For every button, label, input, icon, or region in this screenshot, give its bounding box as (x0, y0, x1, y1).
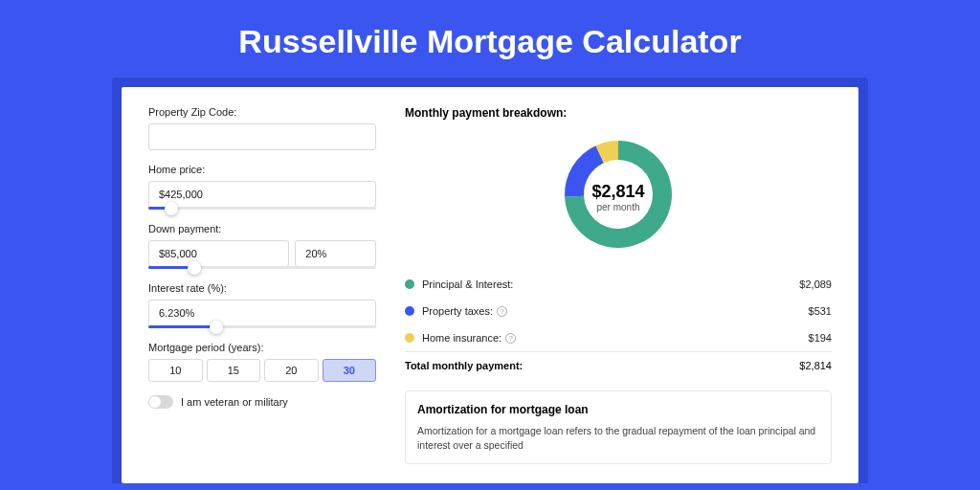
period-options: 10152030 (148, 359, 376, 382)
legend-label: Property taxes: ? (422, 305, 809, 317)
inputs-column: Property Zip Code: Home price: Down paym… (148, 106, 376, 464)
down-payment-amount-input[interactable] (148, 240, 289, 267)
breakdown-column: Monthly payment breakdown: $2,814 per mo… (405, 106, 832, 464)
mortgage-period-label: Mortgage period (years): (148, 342, 376, 353)
legend-dot (405, 306, 414, 316)
legend-total-row: Total monthly payment: $2,814 (405, 351, 832, 379)
slider-thumb[interactable] (210, 321, 223, 334)
period-option-15[interactable]: 15 (207, 359, 261, 382)
interest-rate-input[interactable] (148, 300, 376, 326)
down-payment-percent-input[interactable] (295, 240, 376, 267)
amortization-body: Amortization for a mortgage loan refers … (417, 424, 819, 452)
legend-value: $531 (809, 305, 832, 317)
info-icon[interactable]: ? (497, 306, 507, 317)
interest-rate-group: Interest rate (%): (148, 282, 376, 328)
down-payment-group: Down payment: (148, 223, 376, 269)
calculator-card: Property Zip Code: Home price: Down paym… (122, 87, 858, 483)
donut-amount: $2,814 (591, 182, 644, 202)
slider-thumb[interactable] (165, 202, 178, 215)
period-option-10[interactable]: 10 (148, 359, 203, 382)
legend-row: Home insurance: ?$194 (405, 324, 832, 351)
veteran-label: I am veteran or military (181, 396, 288, 408)
home-price-group: Home price: (148, 164, 376, 210)
down-payment-slider[interactable] (148, 266, 376, 269)
breakdown-heading: Monthly payment breakdown: (405, 106, 832, 120)
home-price-label: Home price: (148, 164, 376, 175)
total-value: $2,814 (799, 360, 832, 371)
down-payment-label: Down payment: (148, 223, 376, 234)
info-icon[interactable]: ? (505, 333, 516, 344)
interest-rate-slider[interactable] (148, 325, 376, 328)
veteran-row: I am veteran or military (148, 395, 376, 409)
veteran-toggle[interactable] (148, 395, 173, 409)
zip-label: Property Zip Code: (148, 106, 376, 118)
calculator-panel: Property Zip Code: Home price: Down paym… (112, 78, 868, 483)
mortgage-period-group: Mortgage period (years): 10152030 (148, 342, 376, 382)
period-option-30[interactable]: 30 (323, 359, 377, 382)
donut-center: $2,814 per month (591, 182, 644, 212)
legend-value: $2,089 (799, 278, 832, 290)
legend-value: $194 (809, 332, 832, 344)
legend-dot (405, 333, 414, 343)
slider-thumb[interactable] (188, 261, 201, 275)
legend-label: Principal & Interest: (422, 278, 799, 290)
interest-rate-label: Interest rate (%): (148, 282, 376, 294)
legend-row: Property taxes: ?$531 (405, 298, 832, 324)
home-price-slider[interactable] (148, 207, 376, 210)
legend: Principal & Interest:$2,089Property taxe… (405, 271, 832, 351)
donut-sub: per month (591, 202, 644, 212)
total-label: Total monthly payment: (405, 360, 799, 371)
amortization-title: Amortization for mortgage loan (417, 403, 819, 416)
legend-dot (405, 279, 414, 289)
zip-input[interactable] (148, 123, 376, 150)
zip-field-group: Property Zip Code: (148, 106, 376, 150)
legend-label: Home insurance: ? (422, 332, 809, 344)
period-option-20[interactable]: 20 (264, 359, 319, 382)
home-price-input[interactable] (148, 181, 376, 208)
page-title: Russellville Mortgage Calculator (0, 0, 980, 78)
donut-chart: $2,814 per month (405, 129, 832, 265)
amortization-card: Amortization for mortgage loan Amortizat… (405, 390, 832, 464)
legend-row: Principal & Interest:$2,089 (405, 271, 832, 298)
